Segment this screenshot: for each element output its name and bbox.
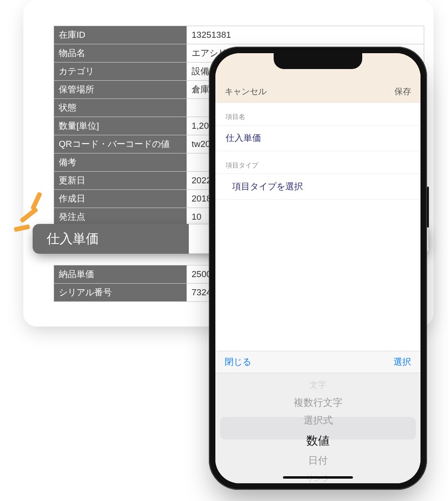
row-label: シリアル番号 bbox=[54, 284, 187, 302]
blank-area bbox=[215, 200, 420, 351]
phone-frame: キャンセル 保存 項目名 仕入単価 項目タイプ 項目タイプを選択 閉じる 選択 … bbox=[209, 47, 427, 490]
row-label: 保管場所 bbox=[54, 81, 187, 99]
home-indicator bbox=[283, 476, 353, 479]
section-label-name: 項目名 bbox=[215, 103, 420, 125]
item-name-input[interactable]: 仕入単価 bbox=[215, 125, 420, 151]
highlight-label: 仕入単価 bbox=[33, 224, 189, 254]
row-value: 13251381 bbox=[187, 26, 424, 44]
row-label: 備考 bbox=[54, 153, 187, 172]
row-label: 数量[単位] bbox=[54, 117, 187, 135]
picker-close-button[interactable]: 閉じる bbox=[225, 356, 251, 368]
picker-option[interactable]: 複数行文字 bbox=[215, 394, 420, 411]
row-label: 作成日 bbox=[54, 190, 187, 208]
row-label: QRコード・バーコードの値 bbox=[54, 135, 187, 153]
row-label: 更新日 bbox=[54, 172, 187, 190]
picker-option[interactable]: 日付 bbox=[215, 452, 420, 469]
picker-toolbar: 閉じる 選択 bbox=[215, 351, 420, 373]
cancel-button[interactable]: キャンセル bbox=[225, 86, 267, 97]
phone-screen: キャンセル 保存 項目名 仕入単価 項目タイプ 項目タイプを選択 閉じる 選択 … bbox=[215, 53, 420, 483]
table-row: 在庫ID13251381 bbox=[54, 26, 424, 44]
save-button[interactable]: 保存 bbox=[394, 86, 411, 97]
modal-navbar: キャンセル 保存 bbox=[215, 80, 420, 103]
row-label: 物品名 bbox=[54, 44, 187, 63]
form-area: 項目名 仕入単価 項目タイプ 項目タイプを選択 bbox=[215, 103, 420, 200]
row-label: 状態 bbox=[54, 99, 187, 117]
item-type-select[interactable]: 項目タイプを選択 bbox=[215, 174, 420, 200]
picker-option[interactable]: 文字 bbox=[215, 376, 420, 394]
row-label: 納品単価 bbox=[54, 265, 187, 284]
phone-notch bbox=[274, 53, 362, 69]
row-label: 在庫ID bbox=[54, 26, 187, 44]
picker-select-button[interactable]: 選択 bbox=[393, 356, 411, 368]
section-label-type: 項目タイプ bbox=[215, 151, 420, 174]
picker-option-selected[interactable]: 数値 bbox=[215, 429, 420, 452]
row-label: カテゴリ bbox=[54, 63, 187, 81]
row-label: 発注点 bbox=[54, 208, 187, 226]
picker-option[interactable]: 選択式 bbox=[215, 411, 420, 429]
picker-wheel[interactable]: 文字 複数行文字 選択式 数値 日付 リンク bbox=[215, 373, 420, 483]
